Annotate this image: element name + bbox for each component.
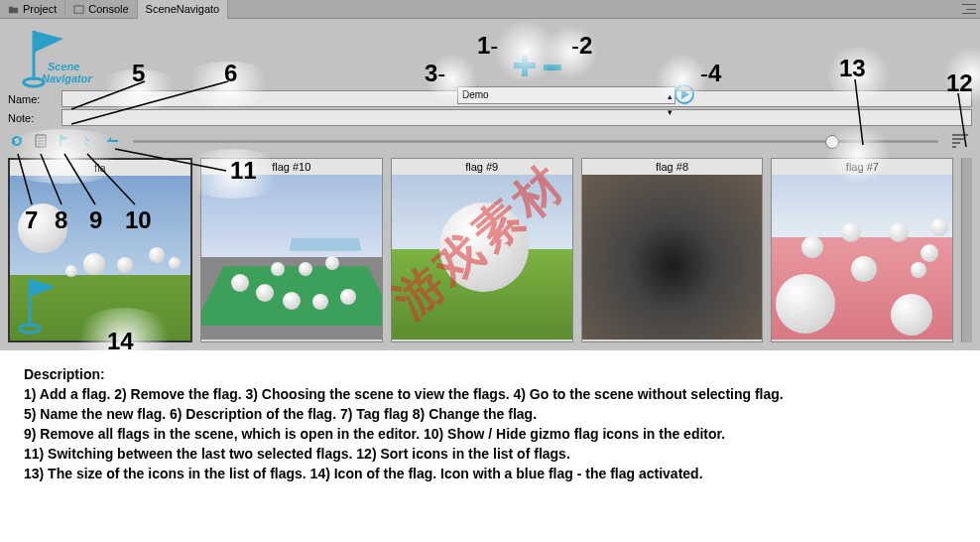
tab-console[interactable]: Console	[65, 0, 137, 19]
go-to-scene-button[interactable]	[674, 84, 694, 106]
tab-project[interactable]: Project	[0, 0, 65, 19]
flag-thumb[interactable]: flag #9	[391, 158, 573, 342]
console-icon	[73, 4, 84, 15]
active-flag-icon	[18, 275, 58, 335]
thumbnail-list: fla flag #10	[0, 154, 980, 350]
tab-scene-nav-label: SceneNavigato	[146, 3, 220, 15]
thumb-title: fla	[10, 160, 190, 176]
scene-dropdown-value: Demo	[462, 89, 489, 100]
desc-line: 13) The size of the icons in the list of…	[24, 464, 956, 483]
thumb-title: flag #7	[772, 159, 952, 175]
note-label: Note:	[8, 112, 61, 124]
name-label: Name:	[8, 93, 61, 105]
add-flag-button[interactable]	[514, 55, 536, 78]
thumb-title: flag #8	[582, 159, 763, 175]
toggle-gizmo-button[interactable]	[79, 132, 97, 150]
thumb-preview	[392, 175, 572, 339]
tab-project-label: Project	[23, 3, 57, 15]
slider-handle[interactable]	[825, 135, 839, 149]
flag-thumb[interactable]: flag #10	[200, 158, 383, 342]
flag-thumb[interactable]: flag #8	[581, 158, 764, 342]
thumb-preview	[10, 176, 190, 340]
remove-flag-button[interactable]	[544, 65, 561, 70]
note-input[interactable]	[61, 109, 972, 126]
panel-options-icon[interactable]	[962, 4, 976, 14]
scene-navigator-logo: Scene Navigator	[12, 23, 101, 90]
toolbar: Scene Navigator Demo ▴▾	[0, 19, 980, 90]
svg-text:Navigator: Navigator	[42, 72, 92, 84]
icon-toolbar	[0, 128, 980, 154]
thumb-preview	[582, 175, 763, 339]
dropdown-arrows-icon: ▴▾	[668, 88, 673, 120]
remove-all-flags-button[interactable]	[56, 132, 73, 150]
flag-thumb[interactable]: fla	[8, 158, 192, 342]
tab-bar: Project Console SceneNavigato	[0, 0, 980, 19]
thumb-preview	[772, 175, 952, 339]
tab-console-label: Console	[88, 3, 128, 15]
flag-thumb[interactable]: flag #7	[771, 158, 953, 342]
tab-scene-navigator[interactable]: SceneNavigato	[138, 0, 229, 19]
refresh-button[interactable]	[8, 132, 26, 150]
description-block: 游戏素材 Description: 1) Add a flag. 2) Remo…	[0, 350, 980, 497]
svg-rect-0	[74, 5, 83, 12]
svg-rect-6	[514, 63, 536, 68]
thumb-title: flag #10	[201, 159, 382, 175]
desc-line: 5) Name the new flag. 6) Description of …	[24, 404, 956, 424]
scene-dropdown[interactable]: Demo ▴▾	[457, 86, 675, 104]
folder-icon	[8, 4, 19, 15]
desc-heading: Description:	[24, 364, 956, 384]
desc-line: 1) Add a flag. 2) Remove the flag. 3) Ch…	[24, 384, 956, 404]
thumb-preview	[201, 175, 382, 339]
thumb-title: flag #9	[392, 159, 572, 175]
desc-line: 11) Switching between the last two selec…	[24, 444, 956, 464]
svg-text:Scene: Scene	[48, 61, 79, 72]
thumb-scrollbar[interactable]	[961, 158, 972, 342]
change-flag-button[interactable]	[32, 132, 50, 150]
desc-line: 9) Remove all flags in the scene, which …	[24, 424, 956, 444]
sort-button[interactable]	[952, 134, 968, 148]
icon-size-slider[interactable]	[133, 140, 938, 143]
switch-flags-button[interactable]	[103, 132, 121, 150]
